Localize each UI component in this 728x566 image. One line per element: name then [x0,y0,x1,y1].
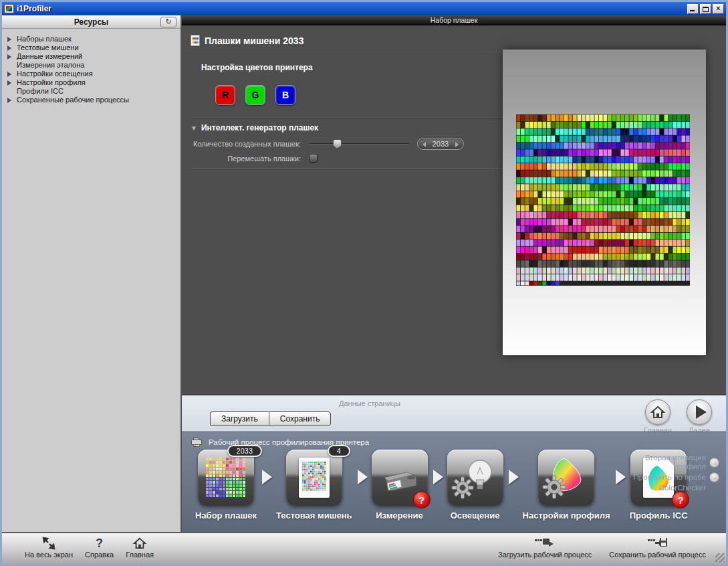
workflow-arrow-icon [262,470,272,484]
question-badge-icon: ? [413,491,431,508]
page-data-bar: Данные страницы Загрузить Сохранить Глав… [182,394,726,432]
sidebar-item-label: Настройки профиля [17,78,86,86]
printer-icon [378,458,422,498]
workflow-step-label: Тестовая мишень [276,510,352,521]
gear-icon [542,475,566,502]
resources-tree: Наборы плашекТестовые мишениДанные измер… [2,29,180,104]
side-link-label: ColorChecker [618,484,706,492]
sidebar-item[interactable]: Наборы плашек [7,34,180,43]
sidebar-item-label: Профили ICC [17,87,64,95]
patch-set-content: Плашки мишени 2033 Настройка цветов прин… [182,25,726,394]
workflow-step: Настройки профиля [523,450,610,521]
separator [191,51,505,52]
load-button[interactable]: Загрузить [210,411,269,426]
expand-arrow-icon[interactable] [7,76,17,88]
patch-count-value: 2033 [433,140,449,148]
toolbar-button-fullscreen[interactable]: На весь экран [25,536,73,559]
workflow-step-icon[interactable]: 2033 [198,450,254,506]
patch-count-label: Количество созданных плашек: [182,140,309,148]
workflow-side-link: Вторая итерация профиля→ [618,454,721,471]
shuffle-checkbox[interactable] [309,154,318,163]
workflow-step: Освещение [447,450,503,521]
workflow-panel: Рабочий процесс профилирования принтера … [182,432,726,532]
resize-grip[interactable] [715,553,725,563]
toolbar-button-load-workflow[interactable]: Загрузить рабочий процесс [498,536,592,559]
workflow-step-icon[interactable] [538,450,594,506]
sidebar-item[interactable]: Измерения эталона [7,60,180,69]
toolbar-button-save-workflow[interactable]: Сохранить рабочий процесс [609,536,706,559]
workflow-side-links: Вторая итерация профиля→Проверить по про… [618,454,721,494]
workflow-step-label: Настройки профиля [523,510,610,521]
window-title: i1Profiler [17,4,51,13]
sidebar-item-label: Тестовые мишени [17,43,79,52]
toolbar-button-label: Загрузить рабочий процесс [498,551,592,559]
toolbar-button-help[interactable]: ?Справка [85,536,114,559]
printer-channel-button-r[interactable]: R [215,85,235,105]
expand-arrow-icon[interactable] [7,50,17,62]
slider-track[interactable] [309,143,409,145]
step-count-badge: 2033 [227,445,262,457]
sidebar-item-label: Данные измерений [17,52,82,60]
toolbar-button-label: Главная [126,551,154,559]
gear-icon [451,476,474,502]
workflow-step: 4Тестовая мишень [276,450,352,521]
side-link-label: Проверить по пробе [618,473,706,482]
load-workflow-icon [535,536,555,551]
home-nav-button[interactable]: Главная [640,399,675,434]
refresh-icon[interactable]: ↻ [160,17,176,27]
minimize-button[interactable] [687,4,699,14]
collapse-triangle-icon[interactable]: ▼ [191,124,197,132]
workflow-step-icon[interactable]: ? [372,450,428,506]
toolbar-button-home[interactable]: Главная [126,536,154,559]
title-bar: i1Profiler × [2,2,726,15]
sidebar-item[interactable]: Сохраненные рабочие процессы [7,95,180,104]
side-link-go-icon[interactable]: → [709,472,719,482]
next-nav-button[interactable]: Далее [682,399,717,434]
sidebar-item-label: Измерения эталона [17,61,84,69]
resources-sidebar: Ресурсы ↻ Наборы плашекТестовые мишениДа… [2,15,181,532]
sidebar-item[interactable]: Настройки освещения [7,69,180,78]
stepper-decrement-icon[interactable] [422,142,426,147]
printer-channel-button-g[interactable]: G [245,85,265,105]
sidebar-item[interactable]: Профили ICC [7,86,180,95]
save-button[interactable]: Сохранить [269,411,332,426]
patch-count-slider[interactable] [309,138,409,149]
printer-channel-button-b[interactable]: B [275,85,295,105]
side-link-go-icon[interactable]: → [709,458,719,468]
workflow-arrow-icon [509,470,519,484]
workflow-step-icon[interactable] [447,450,503,506]
sidebar-title: Ресурсы [74,17,109,27]
sidebar-item-label: Сохраненные рабочие процессы [17,96,129,104]
printer-colors-label: Настройка цветов принтера [201,63,313,72]
home-icon [650,405,665,419]
app-icon [4,4,14,13]
sidebar-item-label: Наборы плашек [17,35,72,43]
page-data-label: Данные страницы [339,399,400,407]
workflow-arrow-icon [433,470,443,484]
slider-thumb[interactable] [333,139,342,149]
sidebar-header: Ресурсы ↻ [2,15,180,29]
sidebar-item[interactable]: Настройки профиля [7,78,180,86]
home-icon [133,536,146,551]
sidebar-item[interactable]: Тестовые мишени [7,43,180,52]
target-preview-page [503,50,706,355]
sidebar-item[interactable]: Данные измерений [7,52,180,60]
step-count-badge: 4 [328,445,350,457]
patch-target-icon [191,35,200,46]
stepper-increment-icon[interactable] [455,142,459,147]
workflow-step-label: Освещение [451,510,500,521]
panel-header: Набор плашек [182,15,726,25]
app-window: i1Profiler × Ресурсы ↻ Наборы плашекТест… [0,0,728,566]
close-button[interactable]: × [713,4,724,14]
toolbar-button-label: Справка [85,551,114,559]
workflow-step-label: Измерение [376,510,423,521]
maximize-button[interactable] [700,4,711,14]
workflow-step: 2033Набор плашек [195,450,257,521]
toolbar-button-label: Сохранить рабочий процесс [609,551,706,559]
printer-workflow-icon [191,438,203,447]
patch-set-icon [205,457,247,498]
expand-arrow-icon[interactable] [7,94,17,106]
patch-count-stepper[interactable]: 2033 [417,138,464,150]
side-link-label: Вторая итерация профиля [618,454,706,471]
workflow-step-icon[interactable]: 4 [286,450,342,506]
